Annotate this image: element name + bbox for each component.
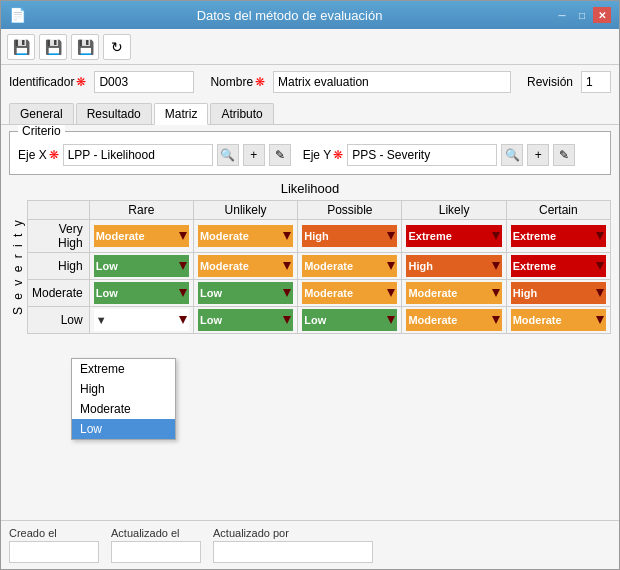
window-icon: 📄 [9, 7, 26, 23]
axis-y-search-button[interactable]: 🔍 [501, 144, 523, 166]
row-low: Low [28, 307, 90, 334]
matrix-table-wrap: Rare Unlikely Possible Likely Certain Ve… [27, 200, 611, 334]
select-vh-rare[interactable]: ExtremeHighModerateLow [94, 225, 189, 247]
matrix-title: Likelihood [9, 181, 611, 196]
matrix-section: Likelihood S e v e r i t y Rare Unlikely… [9, 181, 611, 334]
close-button[interactable]: ✕ [593, 7, 611, 23]
severity-label: S e v e r i t y [9, 200, 27, 334]
cell-h-rare: ExtremeHighModerateLow [89, 253, 193, 280]
select-m-rare[interactable]: ExtremeHighModerateLow [94, 282, 189, 304]
axis-y-add-button[interactable]: + [527, 144, 549, 166]
dropdown-option-low[interactable]: Low [72, 419, 175, 439]
row-high: High [28, 253, 90, 280]
select-l-certain[interactable]: ExtremeHighModerateLow [511, 309, 606, 331]
select-m-likely[interactable]: ExtremeHighModerateLow [406, 282, 501, 304]
axis-y-edit-button[interactable]: ✎ [553, 144, 575, 166]
cell-vh-likely: ExtremeHighModerateLow [402, 220, 506, 253]
select-vh-possible[interactable]: ExtremeHighModerateLow [302, 225, 397, 247]
axis-x-label: Eje X❋ [18, 148, 59, 162]
window-controls: ─ □ ✕ [553, 7, 611, 23]
col-rare: Rare [89, 201, 193, 220]
dropdown-option-moderate[interactable]: Moderate [72, 399, 175, 419]
toolbar: 💾 💾 💾 ↻ [1, 29, 619, 65]
col-likely: Likely [402, 201, 506, 220]
select-l-rare[interactable]: ▼ ExtremeHighModerateLow [94, 309, 189, 331]
select-l-unlikely[interactable]: ExtremeHighModerateLow [198, 309, 293, 331]
cell-h-certain: ExtremeHighModerateLow [506, 253, 610, 280]
tabs-bar: General Resultado Matriz Atributo [1, 103, 619, 125]
name-input[interactable] [273, 71, 511, 93]
cell-h-unlikely: ExtremeHighModerateLow [193, 253, 297, 280]
cell-vh-rare: ExtremeHighModerateLow [89, 220, 193, 253]
select-vh-certain[interactable]: ExtremeHighModerateLow [511, 225, 606, 247]
select-h-rare[interactable]: ExtremeHighModerateLow [94, 255, 189, 277]
refresh-button[interactable]: ↻ [103, 34, 131, 60]
updated-input[interactable] [111, 541, 201, 563]
tab-matriz[interactable]: Matriz [154, 103, 209, 125]
updated-by-field: Actualizado por [213, 527, 373, 563]
select-l-possible[interactable]: ExtremeHighModerateLow [302, 309, 397, 331]
table-row: Moderate ExtremeHighModerateLow ExtremeH… [28, 280, 611, 307]
dropdown-option-extreme[interactable]: Extreme [72, 359, 175, 379]
criteria-group: Criterio Eje X❋ 🔍 + ✎ Eje Y❋ 🔍 [9, 131, 611, 175]
updated-by-input[interactable] [213, 541, 373, 563]
cell-m-possible: ExtremeHighModerateLow [298, 280, 402, 307]
select-h-likely[interactable]: ExtremeHighModerateLow [406, 255, 501, 277]
table-row: Very High ExtremeHighModerateLow Extreme… [28, 220, 611, 253]
axis-x-edit-button[interactable]: ✎ [269, 144, 291, 166]
updated-by-label: Actualizado por [213, 527, 373, 539]
cell-m-rare: ExtremeHighModerateLow [89, 280, 193, 307]
cell-vh-unlikely: ExtremeHighModerateLow [193, 220, 297, 253]
table-row: High ExtremeHighModerateLow ExtremeHighM… [28, 253, 611, 280]
tab-resultado[interactable]: Resultado [76, 103, 152, 124]
axis-y-group: Eje Y❋ 🔍 + ✎ [303, 144, 575, 166]
cell-vh-certain: ExtremeHighModerateLow [506, 220, 610, 253]
matrix-container: S e v e r i t y Rare Unlikely Possible L… [9, 200, 611, 334]
row-very-high: Very High [28, 220, 90, 253]
window-title: Datos del método de evaluación [26, 8, 553, 23]
select-m-certain[interactable]: ExtremeHighModerateLow [511, 282, 606, 304]
tab-general[interactable]: General [9, 103, 74, 124]
cell-m-certain: ExtremeHighModerateLow [506, 280, 610, 307]
minimize-button[interactable]: ─ [553, 7, 571, 23]
created-label: Creado el [9, 527, 99, 539]
axis-y-input[interactable] [347, 144, 497, 166]
select-h-unlikely[interactable]: ExtremeHighModerateLow [198, 255, 293, 277]
select-vh-unlikely[interactable]: ExtremeHighModerateLow [198, 225, 293, 247]
id-input[interactable] [94, 71, 194, 93]
maximize-button[interactable]: □ [573, 7, 591, 23]
col-unlikely: Unlikely [193, 201, 297, 220]
axis-x-add-button[interactable]: + [243, 144, 265, 166]
select-vh-likely[interactable]: ExtremeHighModerateLow [406, 225, 501, 247]
id-label: Identificador❋ [9, 75, 86, 89]
col-possible: Possible [298, 201, 402, 220]
tab-atributo[interactable]: Atributo [210, 103, 273, 124]
title-bar: 📄 Datos del método de evaluación ─ □ ✕ [1, 1, 619, 29]
updated-label: Actualizado el [111, 527, 201, 539]
select-h-possible[interactable]: ExtremeHighModerateLow [302, 255, 397, 277]
save-button-3[interactable]: 💾 [71, 34, 99, 60]
axis-x-search-button[interactable]: 🔍 [217, 144, 239, 166]
select-h-certain[interactable]: ExtremeHighModerateLow [511, 255, 606, 277]
save-button-2[interactable]: 💾 [39, 34, 67, 60]
select-m-unlikely[interactable]: ExtremeHighModerateLow [198, 282, 293, 304]
rev-input[interactable] [581, 71, 611, 93]
rev-label: Revisión [527, 75, 573, 89]
dropdown-popup: Extreme High Moderate Low [71, 358, 176, 440]
axis-x-input[interactable] [63, 144, 213, 166]
select-l-likely[interactable]: ExtremeHighModerateLow [406, 309, 501, 331]
axis-x-group: Eje X❋ 🔍 + ✎ [18, 144, 291, 166]
criteria-label: Criterio [18, 125, 65, 138]
main-window: 📄 Datos del método de evaluación ─ □ ✕ 💾… [0, 0, 620, 570]
dropdown-option-high[interactable]: High [72, 379, 175, 399]
axis-y-label: Eje Y❋ [303, 148, 343, 162]
col-certain: Certain [506, 201, 610, 220]
matrix-table: Rare Unlikely Possible Likely Certain Ve… [27, 200, 611, 334]
select-m-possible[interactable]: ExtremeHighModerateLow [302, 282, 397, 304]
cell-l-certain: ExtremeHighModerateLow [506, 307, 610, 334]
bottom-bar: Creado el Actualizado el Actualizado por [1, 520, 619, 569]
save-button-1[interactable]: 💾 [7, 34, 35, 60]
cell-h-likely: ExtremeHighModerateLow [402, 253, 506, 280]
form-area: Identificador❋ Nombre❋ Revisión [1, 65, 619, 103]
created-input[interactable] [9, 541, 99, 563]
